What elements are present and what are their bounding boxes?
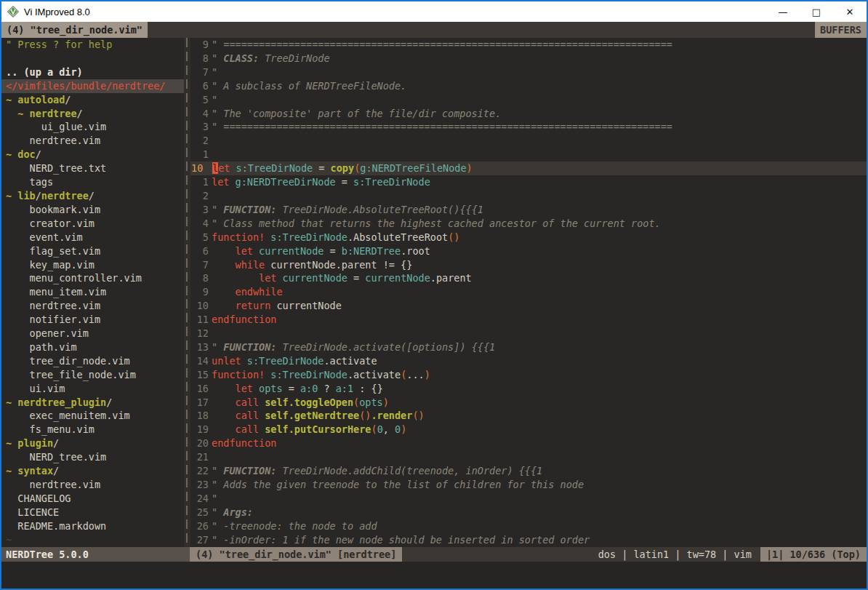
tree-item[interactable]: ~ lib/nerdtree/ [1, 189, 184, 203]
code-line[interactable]: 10let s:TreeDirNode = copy(g:NERDTreeFil… [190, 162, 867, 175]
nerdtree-panel[interactable]: " Press ? for help.. (up a dir)</vimfile… [1, 38, 184, 547]
line-number: 8 [190, 271, 212, 285]
code-line[interactable]: 1 [190, 148, 867, 162]
code-line[interactable]: 15function! s:TreeDirNode.activate(...) [190, 368, 867, 382]
code-line[interactable]: 2 [190, 134, 867, 148]
code-line[interactable]: 25" Args: [190, 506, 867, 519]
code-text: endwhile [212, 285, 867, 299]
tree-item[interactable]: bookmark.vim [1, 203, 184, 217]
tree-item[interactable]: ~ nerdtree/ [1, 107, 184, 121]
tree-item[interactable]: nerdtree.vim [1, 134, 184, 148]
code-text: endfunction [212, 313, 867, 327]
code-line[interactable]: 6" A subclass of NERDTreeFileNode. [190, 79, 867, 93]
tree-item[interactable]: NERD_tree.vim [1, 450, 184, 464]
code-line[interactable]: 10 return currentNode [190, 299, 867, 313]
window-separator[interactable] [184, 38, 190, 547]
tree-item[interactable]: event.vim [1, 231, 184, 244]
code-text: " The 'composite' part of the file/dir c… [212, 107, 867, 121]
maximize-button[interactable]: □ [800, 1, 833, 22]
code-line[interactable]: 3" =====================================… [190, 120, 867, 134]
code-line[interactable]: 27" -inOrder: 1 if the new node should b… [190, 533, 867, 547]
code-line[interactable]: 16 let opts = a:0 ? a:1 : {} [190, 382, 867, 396]
tree-item[interactable] [1, 52, 184, 65]
tree-item[interactable]: tree_file_node.vim [1, 368, 184, 382]
code-line[interactable]: 12 [190, 327, 867, 340]
line-number: 26 [190, 519, 212, 533]
tree-item[interactable]: exec_menuitem.vim [1, 409, 184, 423]
code-line[interactable]: 13" FUNCTION: TreeDirNode.activate([opti… [190, 340, 867, 354]
tree-item[interactable]: tags [1, 175, 184, 189]
line-number: 5 [190, 93, 212, 107]
code-line[interactable]: 21 [190, 450, 867, 464]
tree-item[interactable]: ui_glue.vim [1, 120, 184, 134]
code-line[interactable]: 20endfunction [190, 436, 867, 450]
tree-item[interactable]: LICENCE [1, 506, 184, 519]
close-button[interactable]: ✕ [833, 1, 867, 22]
code-line[interactable]: 6 let currentNode = b:NERDTree.root [190, 244, 867, 258]
tree-item[interactable]: ~ [1, 533, 184, 547]
code-line[interactable]: 22" FUNCTION: TreeDirNode.addChild(treen… [190, 464, 867, 478]
tree-item[interactable]: ~ syntax/ [1, 464, 184, 478]
code-line[interactable]: 5" [190, 93, 867, 107]
command-line[interactable] [1, 562, 867, 589]
code-line[interactable]: 7 while currentNode.parent != {} [190, 258, 867, 272]
code-line[interactable]: 4" The 'composite' part of the file/dir … [190, 107, 867, 121]
tree-item[interactable]: path.vim [1, 340, 184, 354]
tree-item[interactable]: </vimfiles/bundle/nerdtree/ [1, 79, 184, 93]
tree-item[interactable]: " Press ? for help [1, 38, 184, 52]
code-line[interactable]: 5function! s:TreeDirNode.AbsoluteTreeRoo… [190, 231, 867, 244]
tree-item[interactable]: NERD_tree.txt [1, 162, 184, 175]
line-number: 20 [190, 436, 212, 450]
code-line[interactable]: 7" [190, 65, 867, 79]
tree-item[interactable]: tree_dir_node.vim [1, 354, 184, 368]
code-text: call self.toggleOpen(opts) [212, 396, 867, 410]
code-line[interactable]: 24" [190, 492, 867, 506]
tree-item[interactable]: README.markdown [1, 519, 184, 533]
tree-item[interactable]: ~ doc/ [1, 148, 184, 162]
code-line[interactable]: 14unlet s:TreeDirNode.activate [190, 354, 867, 368]
tree-item[interactable]: CHANGELOG [1, 492, 184, 506]
tree-item[interactable]: nerdtree.vim [1, 478, 184, 492]
code-text: " A subclass of NERDTreeFileNode. [212, 79, 867, 93]
line-number: 14 [190, 354, 212, 368]
code-line[interactable]: 8" CLASS: TreeDirNode [190, 52, 867, 65]
code-line[interactable]: 18 call self.getNerdtree().render() [190, 409, 867, 423]
code-line[interactable]: 4" Class method that returns the highest… [190, 217, 867, 231]
code-text [212, 134, 867, 148]
tree-item[interactable]: ~ plugin/ [1, 436, 184, 450]
code-line[interactable]: 8 let currentNode = currentNode.parent [190, 271, 867, 285]
code-line[interactable]: 17 call self.toggleOpen(opts) [190, 396, 867, 410]
code-line[interactable]: 23" Adds the given treenode to the list … [190, 478, 867, 492]
tree-item[interactable]: creator.vim [1, 217, 184, 231]
tree-item[interactable]: notifier.vim [1, 313, 184, 327]
tree-item[interactable]: menu_item.vim [1, 285, 184, 299]
tab-tree-dir-node[interactable]: (4) "tree_dir_node.vim" [1, 22, 148, 38]
line-number: 9 [190, 38, 212, 52]
editor-panel[interactable]: 9" =====================================… [190, 38, 867, 547]
tree-item[interactable]: .. (up a dir) [1, 65, 184, 79]
tree-item[interactable]: menu_controller.vim [1, 271, 184, 285]
code-text [212, 450, 867, 464]
code-line[interactable]: 11endfunction [190, 313, 867, 327]
tree-item[interactable]: flag_set.vim [1, 244, 184, 258]
tree-item[interactable]: ~ autoload/ [1, 93, 184, 107]
code-line[interactable]: 3" FUNCTION: TreeDirNode.AbsoluteTreeRoo… [190, 203, 867, 217]
code-line[interactable]: 9 endwhile [190, 285, 867, 299]
tree-item[interactable]: fs_menu.vim [1, 423, 184, 436]
line-number: 9 [190, 285, 212, 299]
code-text: " CLASS: TreeDirNode [212, 52, 867, 65]
code-line[interactable]: 26" -treenode: the node to add [190, 519, 867, 533]
code-line[interactable]: 1let g:NERDTreeDirNode = s:TreeDirNode [190, 175, 867, 189]
code-line[interactable]: 2 [190, 189, 867, 203]
tree-item[interactable]: ~ nerdtree_plugin/ [1, 396, 184, 410]
tree-item[interactable]: ui.vim [1, 382, 184, 396]
code-text: " -inOrder: 1 if the new node should be … [212, 533, 867, 547]
tree-item[interactable]: nerdtree.vim [1, 299, 184, 313]
tree-item[interactable]: key_map.vim [1, 258, 184, 272]
line-number: 21 [190, 450, 212, 464]
minimize-button[interactable]: — [766, 1, 800, 22]
tab-line: (4) "tree_dir_node.vim" BUFFERS [1, 22, 867, 38]
code-line[interactable]: 19 call self.putCursorHere(0, 0) [190, 423, 867, 436]
code-line[interactable]: 9" =====================================… [190, 38, 867, 52]
tree-item[interactable]: opener.vim [1, 327, 184, 340]
